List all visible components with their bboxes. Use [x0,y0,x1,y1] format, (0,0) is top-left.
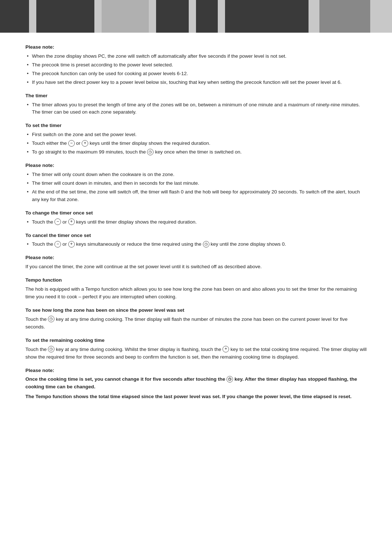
section-tempo-see: To see how long the zone has been on sin… [25,307,367,331]
clock-icon [147,149,154,155]
bullet-list-please-note-1: When the zone display shows PC, the zone… [25,53,367,86]
list-item: At the end of the set time, the zone wil… [25,188,367,204]
section-please-note-4: Please note: Once the cooking time is se… [25,367,367,401]
section-title-please-note-3: Please note: [25,254,367,262]
section-title-timer: The timer [25,92,367,100]
header-block [94,0,102,33]
header-block [29,0,36,33]
list-item: The timer will only count down when the … [25,171,367,179]
clock-icon [48,316,54,322]
plus-icon [68,241,75,248]
section-title-please-note-1: Please note: [25,44,367,51]
bullet-list-cancel-timer: Touch the or keys simultaneously or redu… [25,241,367,248]
plus-icon [68,218,75,225]
minus-icon [54,218,61,225]
header-block [309,0,319,33]
plus-icon [82,140,88,147]
bullet-list-set-timer: First switch on the zone and set the pow… [25,131,367,156]
please-note-4-bold-2: The Tempo function shows the total time … [25,393,367,401]
list-item: The timer allows you to preset the lengt… [25,101,367,116]
section-title-set-timer: To set the timer [25,122,367,130]
section-title-tempo-set: To set the remaining cooking time [25,337,367,344]
section-tempo-set: To set the remaining cooking time Touch … [25,337,367,361]
clock-icon [226,376,233,383]
section-title-please-note-2: Please note: [25,162,367,169]
section-timer: The timer The timer allows you to preset… [25,92,367,116]
section-title-change-timer: To change the timer once set [25,209,367,217]
tempo-set-text: Touch the key at any time during cooking… [25,346,367,361]
bullet-list-change-timer: Touch the or keys until the timer displa… [25,218,367,226]
header-block [370,0,391,33]
section-set-timer: To set the timer First switch on the zon… [25,122,367,156]
header-block [149,0,156,33]
header-block [218,0,225,33]
minus-icon [68,140,75,147]
clock-icon [203,241,209,248]
header-bar [0,0,392,33]
list-item: The precook time is preset according to … [25,61,367,69]
bullet-list-please-note-2: The timer will only count down when the … [25,171,367,204]
section-please-note-3: Please note: If you cancel the timer, th… [25,254,367,271]
list-item: First switch on the zone and set the pow… [25,131,367,139]
plus-icon [222,346,229,352]
list-item: The timer will count down in minutes, an… [25,180,367,187]
list-item: Touch the or keys simultaneously or redu… [25,241,367,248]
section-please-note-1: Please note: When the zone display shows… [25,44,367,86]
tempo-see-text: Touch the key at any time during cooking… [25,316,367,331]
section-tempo: Tempo function The hob is equipped with … [25,277,367,301]
header-block [189,0,196,33]
list-item: Touch the or keys until the timer displa… [25,218,367,226]
clock-icon [48,346,54,352]
list-item: Touch either the or keys until the timer… [25,140,367,147]
header-block [196,0,218,33]
header-block [36,0,94,33]
header-block [102,0,149,33]
section-title-cancel-timer: To cancel the timer once set [25,232,367,240]
header-block [0,0,29,33]
header-block [319,0,370,33]
section-title-tempo: Tempo function [25,277,367,284]
list-item: When the zone display shows PC, the zone… [25,53,367,60]
bullet-list-timer: The timer allows you to preset the lengt… [25,101,367,116]
content-area: Please note: When the zone display shows… [0,33,392,421]
list-item: The precook function can only be used fo… [25,70,367,78]
tempo-text: The hob is equipped with a Tempo functio… [25,286,367,301]
section-title-please-note-4: Please note: [25,367,367,375]
minus-icon [54,241,61,248]
section-cancel-timer: To cancel the timer once set Touch the o… [25,232,367,249]
header-block [156,0,189,33]
please-note-4-bold-1: Once the cooking time is set, you cannot… [25,376,367,391]
section-title-tempo-see: To see how long the zone has been on sin… [25,307,367,314]
section-change-timer: To change the timer once set Touch the o… [25,209,367,226]
section-please-note-2: Please note: The timer will only count d… [25,162,367,204]
please-note-3-text: If you cancel the timer, the zone will c… [25,263,367,271]
header-block [225,0,309,33]
list-item: To go straight to the maximum 99 minutes… [25,148,367,156]
list-item: If you have set the direct power key to … [25,79,367,86]
